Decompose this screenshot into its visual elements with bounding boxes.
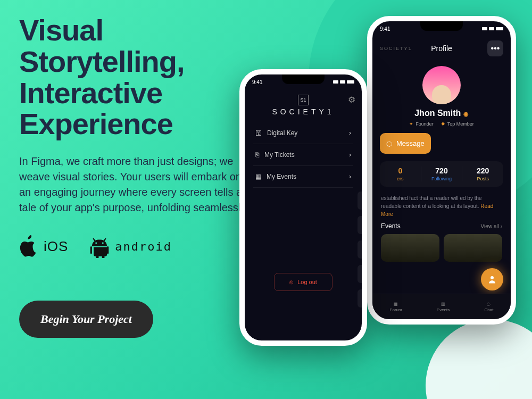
peek-tab[interactable]: › — [358, 289, 367, 307]
events-header: Events View all › — [372, 222, 511, 230]
peek-tab[interactable]: › — [358, 192, 367, 210]
platform-ios: iOS — [19, 235, 68, 257]
dots-icon: ••• — [491, 44, 500, 53]
stat-followers[interactable]: 0 ers — [380, 167, 421, 181]
settings-button[interactable]: ⚙ — [348, 95, 355, 105]
drawer-menu: ⚿Digital Key › ⎘My Tickets › ▦My Events … — [245, 118, 362, 188]
menu-my-events[interactable]: ▦My Events › — [253, 166, 353, 188]
badge-label: Founder — [415, 121, 434, 127]
brand-icon: S1 — [298, 95, 309, 105]
message-button[interactable]: ◌ Message — [380, 133, 431, 154]
star-icon: ✹ — [441, 121, 445, 127]
phone-profile: 9:41 SOCIETY1 Profile ••• Jhon Smith ◉ ✦… — [367, 16, 516, 325]
menu-label: Digital Key — [267, 129, 297, 137]
nav-chat[interactable]: ◌Chat — [484, 302, 493, 312]
hero-content: Visual Storytelling, Interactive Experie… — [19, 15, 253, 338]
android-icon — [89, 235, 110, 258]
ios-label: iOS — [44, 238, 68, 255]
profile-header: SOCIETY1 Profile ••• — [372, 36, 511, 61]
peek-tab[interactable]: › — [358, 216, 367, 234]
stat-following[interactable]: 720 Following — [421, 167, 463, 181]
chat-icon: ◌ — [386, 139, 392, 147]
peek-tab[interactable]: › — [358, 240, 367, 259]
platforms-row: iOS android — [19, 235, 253, 258]
stat-posts[interactable]: 220 Posts — [462, 167, 503, 181]
calendar-icon: ▥ — [441, 302, 445, 306]
chat-icon: ◌ — [487, 302, 491, 306]
platform-android: android — [89, 235, 172, 258]
badges-row: ✦Founder ✹Top Member — [372, 121, 511, 127]
logout-icon: ⎋ — [289, 279, 293, 285]
key-icon: ⚿ — [255, 129, 262, 137]
chevron-right-icon: › — [349, 129, 351, 137]
grid-icon: ▦ — [394, 302, 398, 306]
badge-founder: ✦Founder — [409, 121, 434, 127]
stat-num: 0 — [380, 167, 421, 175]
cta-button[interactable]: Begin Your Project — [19, 301, 153, 338]
nav-label: Chat — [484, 307, 493, 312]
chevron-right-icon: › — [349, 151, 351, 159]
status-time: 9:41 — [252, 79, 262, 85]
brand-row: S1 SOCIETY1 ⚙ — [245, 89, 362, 118]
status-time: 9:41 — [380, 26, 390, 32]
view-all-link[interactable]: View all › — [481, 223, 502, 229]
events-title: Events — [381, 222, 401, 230]
founder-icon: ✦ — [409, 121, 413, 127]
event-card[interactable] — [381, 234, 439, 262]
bio-text: established fact that a reader will ed b… — [381, 195, 482, 209]
profile-title: Profile — [396, 44, 487, 53]
person-icon — [487, 275, 497, 284]
stats-row: 0 ers 720 Following 220 Posts — [380, 161, 503, 187]
menu-my-tickets[interactable]: ⎘My Tickets › — [253, 144, 353, 166]
badge-label: Top Member — [447, 121, 474, 127]
stat-label: ers — [380, 176, 421, 181]
more-button[interactable]: ••• — [487, 40, 503, 56]
brand-text: SOCIETY1 — [272, 107, 334, 116]
chevron-right-icon: › — [349, 173, 351, 180]
gear-icon: ⚙ — [348, 95, 355, 104]
ticket-icon: ⎘ — [255, 151, 259, 159]
logout-label: Log out — [297, 279, 317, 285]
phone-notch — [282, 74, 325, 84]
event-cards — [372, 230, 511, 266]
svg-point-0 — [491, 276, 494, 279]
verified-icon: ◉ — [463, 111, 469, 117]
peek-tab[interactable]: › — [358, 265, 367, 283]
view-all-label: View all — [481, 223, 499, 229]
username-text: Jhon Smith — [414, 109, 461, 118]
calendar-icon: ▦ — [255, 173, 261, 180]
stat-num: 220 — [462, 167, 503, 175]
menu-digital-key[interactable]: ⚿Digital Key › — [253, 122, 353, 144]
phone-mockups: 9:41 SOCIETY1 Profile ••• Jhon Smith ◉ ✦… — [239, 16, 516, 388]
message-label: Message — [396, 139, 425, 147]
apple-icon — [19, 235, 38, 257]
hero-headline: Visual Storytelling, Interactive Experie… — [19, 15, 253, 140]
stat-label: Following — [421, 176, 462, 181]
phone-notch — [420, 21, 463, 31]
nav-forum[interactable]: ▦Forum — [390, 302, 402, 312]
hero-body: In Figma, we craft more than just design… — [19, 154, 253, 215]
badge-top-member: ✹Top Member — [441, 121, 474, 127]
logout-button[interactable]: ⎋ Log out — [274, 273, 332, 291]
nav-label: Events — [437, 307, 450, 312]
android-label: android — [115, 240, 172, 253]
brand-mini: SOCIETY1 — [380, 46, 396, 51]
event-card[interactable] — [444, 234, 502, 262]
stat-num: 720 — [421, 167, 462, 175]
menu-label: My Tickets — [264, 151, 295, 159]
nav-label: Forum — [390, 307, 402, 312]
menu-label: My Events — [267, 173, 296, 180]
status-indicators — [333, 80, 354, 84]
phone-drawer: 9:41 S1 SOCIETY1 ⚙ ⚿Digital Key › ⎘My Ti… — [239, 69, 367, 346]
bottom-nav: ▦Forum ▥Events ◌Chat — [372, 294, 511, 319]
nav-events[interactable]: ▥Events — [437, 302, 450, 312]
avatar[interactable] — [422, 66, 461, 104]
fab-button[interactable] — [481, 268, 503, 290]
profile-bio: established fact that a reader will ed b… — [372, 187, 511, 222]
profile-username: Jhon Smith ◉ — [372, 109, 511, 118]
stat-label: Posts — [462, 176, 503, 181]
peek-tabs: › › › › › — [358, 192, 367, 307]
status-indicators — [482, 27, 503, 30]
